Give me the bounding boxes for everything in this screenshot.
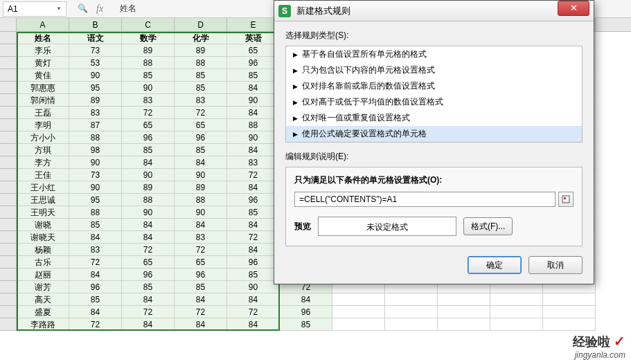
table-cell[interactable]: 90 bbox=[227, 131, 280, 144]
table-cell[interactable]: 90 bbox=[122, 169, 175, 181]
fx-icon[interactable]: fx bbox=[96, 3, 103, 15]
rule-type-item[interactable]: ▶仅对高于或低于平均值的数值设置格式 bbox=[286, 94, 582, 110]
row-header[interactable] bbox=[0, 281, 17, 293]
table-cell[interactable]: 赵丽 bbox=[17, 269, 69, 281]
table-cell[interactable]: 96 bbox=[122, 269, 175, 281]
rule-type-list[interactable]: ▶基于各自值设置所有单元格的格式▶只为包含以下内容的单元格设置格式▶仅对排名靠前… bbox=[285, 46, 583, 143]
table-cell[interactable]: 84 bbox=[227, 107, 280, 119]
table-cell[interactable]: 98 bbox=[69, 144, 122, 156]
ok-button[interactable]: 确定 bbox=[468, 256, 522, 274]
table-cell[interactable]: 72 bbox=[69, 318, 122, 331]
row-header[interactable] bbox=[0, 219, 17, 231]
row-header[interactable] bbox=[0, 119, 17, 131]
table-cell[interactable]: 84 bbox=[122, 219, 175, 231]
table-header-cell[interactable]: 化学 bbox=[175, 32, 227, 44]
table-cell[interactable]: 87 bbox=[69, 119, 122, 131]
table-cell[interactable]: 黄佳 bbox=[17, 69, 69, 82]
row-header[interactable] bbox=[0, 69, 17, 82]
table-cell[interactable]: 83 bbox=[175, 94, 227, 107]
table-cell[interactable]: 96 bbox=[280, 306, 332, 318]
table-cell[interactable]: 72 bbox=[227, 231, 280, 244]
table-cell[interactable]: 85 bbox=[175, 144, 227, 156]
table-cell[interactable] bbox=[490, 318, 543, 331]
table-cell[interactable]: 85 bbox=[227, 269, 280, 281]
table-cell[interactable]: 89 bbox=[122, 181, 175, 194]
table-cell[interactable]: 84 bbox=[175, 219, 227, 231]
table-cell[interactable]: 85 bbox=[122, 281, 175, 293]
table-cell[interactable]: 古乐 bbox=[17, 256, 69, 269]
table-cell[interactable]: 65 bbox=[122, 119, 175, 131]
table-cell[interactable]: 李路路 bbox=[17, 318, 69, 331]
table-cell[interactable]: 96 bbox=[227, 256, 280, 269]
row-header[interactable] bbox=[0, 144, 17, 156]
table-cell[interactable] bbox=[332, 318, 385, 331]
table-cell[interactable]: 谢芳 bbox=[17, 281, 69, 293]
table-cell[interactable] bbox=[438, 306, 490, 318]
table-cell[interactable]: 84 bbox=[122, 293, 175, 306]
table-cell[interactable]: 谢晓 bbox=[17, 219, 69, 231]
table-cell[interactable]: 53 bbox=[69, 57, 122, 69]
table-cell[interactable]: 88 bbox=[227, 119, 280, 131]
column-header[interactable]: D bbox=[175, 18, 227, 31]
table-cell[interactable]: 72 bbox=[175, 306, 227, 318]
row-header[interactable] bbox=[0, 206, 17, 219]
table-cell[interactable]: 90 bbox=[227, 94, 280, 107]
table-cell[interactable]: 96 bbox=[227, 57, 280, 69]
rule-type-item[interactable]: ▶仅对唯一值或重复值设置格式 bbox=[286, 110, 582, 126]
table-cell[interactable]: 方琪 bbox=[17, 144, 69, 156]
column-header[interactable]: A bbox=[17, 18, 69, 31]
row-header[interactable] bbox=[0, 82, 17, 94]
table-cell[interactable]: 李方 bbox=[17, 156, 69, 169]
column-header[interactable]: C bbox=[122, 18, 175, 31]
table-cell[interactable]: 65 bbox=[175, 256, 227, 269]
table-cell[interactable]: 96 bbox=[69, 281, 122, 293]
table-cell[interactable] bbox=[385, 306, 438, 318]
row-header[interactable] bbox=[0, 94, 17, 107]
table-cell[interactable]: 88 bbox=[175, 57, 227, 69]
table-cell[interactable]: 85 bbox=[122, 144, 175, 156]
table-cell[interactable]: 88 bbox=[122, 57, 175, 69]
table-cell[interactable]: 85 bbox=[175, 69, 227, 82]
table-cell[interactable]: 72 bbox=[175, 244, 227, 256]
table-cell[interactable]: 96 bbox=[122, 131, 175, 144]
rule-type-item[interactable]: ▶仅对排名靠前或靠后的数值设置格式 bbox=[286, 78, 582, 94]
row-header[interactable] bbox=[0, 244, 17, 256]
rule-type-item[interactable]: ▶基于各自值设置所有单元格的格式 bbox=[286, 46, 582, 62]
table-cell[interactable]: 89 bbox=[122, 44, 175, 57]
table-cell[interactable]: 96 bbox=[175, 269, 227, 281]
table-header-cell[interactable]: 英语 bbox=[227, 32, 280, 44]
table-cell[interactable]: 85 bbox=[122, 69, 175, 82]
table-cell[interactable]: 85 bbox=[175, 281, 227, 293]
table-cell[interactable] bbox=[385, 293, 438, 306]
table-cell[interactable]: 88 bbox=[69, 206, 122, 219]
format-button[interactable]: 格式(F)... bbox=[463, 217, 513, 235]
table-cell[interactable]: 72 bbox=[122, 107, 175, 119]
table-cell[interactable]: 73 bbox=[69, 44, 122, 57]
formula-input-field[interactable] bbox=[294, 192, 556, 207]
table-cell[interactable]: 84 bbox=[227, 181, 280, 194]
table-cell[interactable]: 85 bbox=[69, 219, 122, 231]
table-cell[interactable]: 90 bbox=[69, 69, 122, 82]
table-cell[interactable]: 盛夏 bbox=[17, 306, 69, 318]
table-cell[interactable]: 85 bbox=[227, 69, 280, 82]
table-cell[interactable] bbox=[438, 318, 490, 331]
row-header[interactable] bbox=[0, 181, 17, 194]
table-cell[interactable]: 90 bbox=[227, 281, 280, 293]
table-cell[interactable]: 谢晓天 bbox=[17, 231, 69, 244]
table-cell[interactable]: 方小小 bbox=[17, 131, 69, 144]
table-cell[interactable]: 73 bbox=[69, 169, 122, 181]
table-cell[interactable]: 65 bbox=[175, 119, 227, 131]
table-cell[interactable]: 72 bbox=[122, 244, 175, 256]
table-cell[interactable]: 郭闲情 bbox=[17, 94, 69, 107]
table-cell[interactable]: 85 bbox=[175, 82, 227, 94]
row-header[interactable] bbox=[0, 293, 17, 306]
table-cell[interactable]: 84 bbox=[175, 318, 227, 331]
table-cell[interactable]: 90 bbox=[122, 206, 175, 219]
table-cell[interactable]: 96 bbox=[227, 194, 280, 206]
table-header-cell[interactable]: 数学 bbox=[122, 32, 175, 44]
table-cell[interactable]: 90 bbox=[69, 156, 122, 169]
column-header[interactable]: B bbox=[69, 18, 122, 31]
table-cell[interactable]: 高天 bbox=[17, 293, 69, 306]
table-cell[interactable]: 84 bbox=[69, 231, 122, 244]
row-header[interactable] bbox=[0, 169, 17, 181]
